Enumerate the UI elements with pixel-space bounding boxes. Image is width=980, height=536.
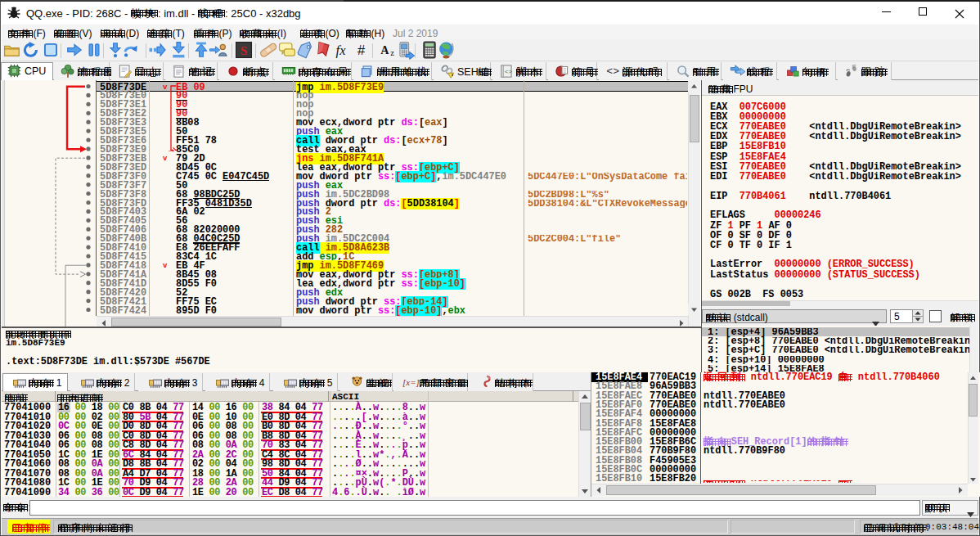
svg-text:z: z [390,48,394,57]
svg-text:<>: <> [505,69,513,75]
svg-text:#: # [357,43,366,57]
svg-text:fx: fx [336,43,347,58]
svg-text:A: A [380,43,389,56]
svg-text:<>: <> [606,65,619,77]
svg-text:S: S [241,43,248,57]
